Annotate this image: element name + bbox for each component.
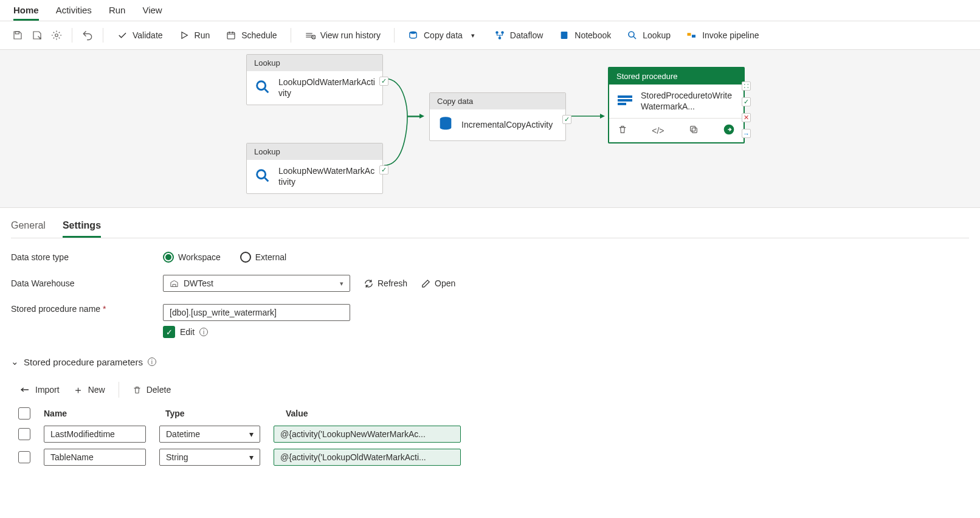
properties-panel: General Settings Data store type Workspa… bbox=[0, 208, 980, 484]
radio-external[interactable]: External bbox=[240, 252, 286, 263]
history-icon bbox=[305, 30, 316, 41]
svg-rect-0 bbox=[15, 32, 19, 34]
refresh-icon bbox=[364, 278, 374, 289]
refresh-button[interactable]: Refresh bbox=[364, 278, 407, 289]
import-button[interactable]: Import bbox=[19, 385, 60, 395]
activity-name: LookupOldWaterMarkActivity bbox=[278, 77, 375, 98]
run-activity-icon[interactable] bbox=[723, 123, 735, 137]
toolbar: Validate Run Schedule View run history C… bbox=[0, 21, 980, 50]
notebook-label: Notebook bbox=[575, 30, 611, 40]
new-label: New bbox=[88, 385, 105, 395]
row-checkbox[interactable] bbox=[18, 451, 30, 463]
trash-icon[interactable] bbox=[618, 125, 627, 136]
param-type-select[interactable]: Datetime▾ bbox=[159, 426, 260, 443]
delete-button[interactable]: Delete bbox=[133, 385, 171, 395]
run-label: Run bbox=[195, 30, 210, 40]
data-warehouse-select[interactable]: DWTest ▾ bbox=[163, 275, 350, 292]
main-nav-tabs: Home Activities Run View bbox=[0, 0, 980, 21]
nav-tab-view[interactable]: View bbox=[142, 5, 162, 21]
status-failure-icon[interactable]: ✕ bbox=[742, 113, 751, 122]
svg-rect-18 bbox=[618, 95, 632, 98]
param-value-input[interactable]: @{activity('LookupOldWaterMarkActi... bbox=[274, 449, 461, 466]
param-row: TableName String▾ @{activity('LookupOldW… bbox=[18, 449, 969, 466]
undo-icon[interactable] bbox=[80, 27, 95, 43]
radio-workspace-label: Workspace bbox=[178, 252, 221, 262]
open-button[interactable]: Open bbox=[421, 278, 455, 289]
activity-lookup-new[interactable]: Lookup LookupNewWaterMarkActivity ✓ bbox=[246, 143, 383, 194]
dataflow-icon bbox=[494, 30, 505, 41]
param-type-select[interactable]: String▾ bbox=[159, 449, 260, 466]
pipeline-canvas[interactable]: Lookup LookupOldWaterMarkActivity ✓ Look… bbox=[0, 50, 980, 208]
col-header-type: Type bbox=[165, 409, 272, 418]
svg-point-15 bbox=[257, 81, 266, 90]
svg-point-10 bbox=[629, 32, 634, 37]
schedule-label: Schedule bbox=[241, 30, 277, 40]
svg-point-1 bbox=[55, 34, 58, 37]
radio-workspace[interactable]: Workspace bbox=[163, 252, 221, 263]
status-success-icon[interactable]: ✓ bbox=[562, 115, 571, 124]
param-name-input[interactable]: TableName bbox=[44, 449, 146, 466]
plus-icon: ＋ bbox=[73, 383, 83, 397]
status-success-icon[interactable]: ✓ bbox=[379, 165, 388, 174]
calendar-icon bbox=[226, 30, 236, 41]
param-name-input[interactable]: LastModifiedtime bbox=[44, 426, 146, 443]
row-checkbox[interactable] bbox=[18, 428, 30, 440]
activity-header: Stored procedure bbox=[609, 68, 744, 85]
copy-icon[interactable] bbox=[689, 125, 699, 136]
save-icon[interactable] bbox=[10, 27, 26, 43]
history-label: View run history bbox=[320, 30, 381, 40]
sp-name-value: [dbo].[usp_write_watermark] bbox=[170, 308, 277, 317]
edit-icon bbox=[421, 278, 431, 289]
activity-lookup-old[interactable]: Lookup LookupOldWaterMarkActivity ✓ bbox=[246, 54, 383, 105]
edit-checkbox[interactable]: ✓ bbox=[163, 326, 175, 338]
nav-tab-activities[interactable]: Activities bbox=[56, 5, 92, 21]
activity-header: Copy data bbox=[430, 93, 565, 109]
status-completion-icon[interactable]: → bbox=[742, 129, 751, 138]
sp-name-input[interactable]: [dbo].[usp_write_watermark] bbox=[163, 304, 350, 321]
search-icon bbox=[627, 30, 638, 41]
run-button[interactable]: Run bbox=[173, 27, 216, 43]
activity-copy-data[interactable]: Copy data IncrementalCopyActivity ✓ bbox=[429, 92, 566, 141]
status-success-icon[interactable]: ✓ bbox=[742, 97, 751, 106]
nav-tab-home[interactable]: Home bbox=[13, 5, 39, 21]
svg-point-5 bbox=[410, 31, 416, 33]
activity-name: IncrementalCopyActivity bbox=[461, 120, 558, 131]
activity-stored-procedure[interactable]: Stored procedure StoredProceduretoWriteW… bbox=[608, 67, 745, 143]
invoke-pipeline-button[interactable]: Invoke pipeline bbox=[680, 27, 765, 43]
param-type-value: String bbox=[166, 452, 188, 462]
info-icon[interactable]: i bbox=[148, 357, 156, 366]
warehouse-icon bbox=[170, 279, 179, 288]
panel-tab-settings[interactable]: Settings bbox=[63, 215, 101, 238]
panel-tabs: General Settings bbox=[11, 215, 969, 238]
validate-button[interactable]: Validate bbox=[111, 27, 169, 43]
status-grip-icon[interactable]: ⸬ bbox=[742, 81, 751, 91]
toolbar-separator bbox=[291, 28, 291, 43]
stored-procedure-icon bbox=[616, 93, 633, 109]
new-button[interactable]: ＋ New bbox=[73, 383, 105, 397]
view-run-history-button[interactable]: View run history bbox=[298, 27, 387, 43]
save-as-icon[interactable] bbox=[29, 27, 45, 43]
select-all-checkbox[interactable] bbox=[18, 407, 30, 420]
settings-icon[interactable] bbox=[49, 27, 64, 43]
toolbar-separator bbox=[394, 28, 395, 43]
data-warehouse-label: Data Warehouse bbox=[11, 278, 163, 288]
col-header-name: Name bbox=[44, 409, 152, 418]
nav-tab-run[interactable]: Run bbox=[109, 5, 126, 21]
invoke-label: Invoke pipeline bbox=[702, 30, 759, 40]
activity-name: StoredProceduretoWriteWatermarkA... bbox=[641, 91, 736, 112]
info-icon[interactable]: i bbox=[199, 328, 208, 336]
lookup-button[interactable]: Lookup bbox=[621, 27, 677, 43]
chevron-down-icon: ▾ bbox=[340, 280, 343, 288]
schedule-button[interactable]: Schedule bbox=[219, 27, 283, 43]
param-value-input[interactable]: @{activity('LookupNewWaterMarkAc... bbox=[274, 426, 461, 443]
status-success-icon[interactable]: ✓ bbox=[379, 77, 388, 86]
sp-params-section-toggle[interactable]: ⌄ Stored procedure parameters i bbox=[11, 356, 156, 367]
panel-tab-general[interactable]: General bbox=[11, 215, 46, 238]
copy-data-button[interactable]: Copy data ▾ bbox=[402, 27, 485, 43]
svg-rect-12 bbox=[692, 35, 695, 38]
dataflow-button[interactable]: Dataflow bbox=[488, 27, 549, 43]
notebook-button[interactable]: Notebook bbox=[553, 27, 617, 43]
import-label: Import bbox=[35, 385, 60, 395]
code-icon[interactable]: </> bbox=[652, 126, 664, 136]
svg-point-6 bbox=[495, 31, 499, 34]
